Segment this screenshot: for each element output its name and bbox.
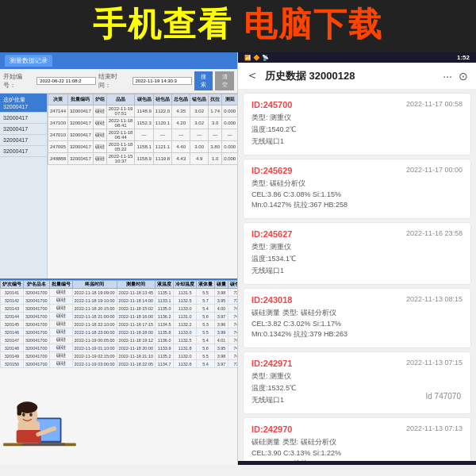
col-header: 碳量 [215, 281, 228, 289]
card-type: 碳硅测量 类型: 碳硅分析仪 [251, 437, 463, 447]
col-header: 锰包晶 [190, 94, 209, 106]
toolbar-label1: 开始编号： [3, 72, 34, 90]
card-id: ID:243018 [251, 295, 292, 305]
card-header: ID:242971 2022-11-13 07:15 [251, 359, 463, 368]
sidebar-item[interactable]: 32000417 [0, 135, 47, 146]
pc-tab[interactable]: 测量数据记录 [5, 55, 52, 67]
more-button[interactable]: ··· [443, 70, 452, 83]
table-row: 320148320041700碳硅2022-11-19 01:10:002022… [1, 344, 238, 352]
card-time: 2022-11-13 08:15 [406, 295, 463, 305]
col-header: 碳包量 [228, 281, 237, 289]
table-row: 320149320041700碳硅2022-11-19 02:15:002022… [1, 352, 238, 360]
left-panel: 测量数据记录 开始编号： 结束时间： 搜索 清空 选炉批量32000417 32… [0, 52, 238, 465]
card-time: 2022-11-13 07:13 [406, 424, 463, 434]
col-header: 测量时间 [117, 281, 155, 289]
bottom-table-area: 炉次编号 炉名品名 批量编号 终温时间 测量时间 液温度 冷却温度 液体量 碳量… [0, 278, 237, 465]
pc-titlebar: 测量数据记录 [0, 52, 237, 69]
pc-table-area: 决策 批量编码 炉组 品晶 碳包晶 硅包晶 总包晶 锰包晶 抗拉 测延 冲撞强度 [48, 94, 237, 278]
pc-body: 选炉批量32000417 32000417 32000417 32000417 … [0, 94, 237, 278]
col-header: 液体量 [197, 281, 215, 289]
back-button[interactable]: ＜ [246, 67, 259, 84]
card-detail1: 温度:1540.2℃ [251, 125, 463, 135]
table-row: 247144 32000417 碳硅 2022-11-1907:51 1148.… [48, 106, 238, 117]
toolbar-label2: 结束时间： [98, 72, 129, 90]
mobile-card: ID:245627 2022-11-16 23:58 类型: 测重仪 温度:15… [243, 222, 471, 285]
table-row: 320150320041700碳硅2022-11-19 03:00:002022… [1, 360, 238, 368]
card-detail2: 无线端口1 [251, 266, 463, 276]
bottom-table: 炉次编号 炉名品名 批量编号 终温时间 测量时间 液温度 冷却温度 液体量 碳量… [0, 280, 237, 368]
table-row: 320143320041700碳硅2022-11-18 20:15:002022… [1, 305, 238, 313]
card-type: 碳硅测量 类型: 碳硅分析仪 [251, 308, 463, 318]
card-time: 2022-11-17 00:58 [406, 100, 463, 109]
col-header: 炉次编号 [1, 281, 24, 289]
card-id: ID:245629 [251, 166, 292, 175]
mobile-app-title: 历史数据 32000128 [265, 69, 355, 83]
col-header: 炉组 [93, 94, 106, 106]
card-detail2: Mn:0.1427% 抗拉:367 HB:258 [251, 200, 463, 210]
mobile-status-bar: 📶 🔶 📡 1:52 [238, 52, 476, 63]
card-type: 类型: 碳硅分析仪 [251, 178, 463, 189]
pc-window: 测量数据记录 开始编号： 结束时间： 搜索 清空 选炉批量32000417 32… [0, 52, 237, 465]
id-overlay: Id 747070 [423, 391, 465, 401]
col-header: 测延 [222, 94, 237, 106]
card-type: 类型: 测重仪 [251, 242, 463, 252]
table-row: 320144320041700碳硅2022-11-18 21:00:002022… [1, 313, 238, 321]
col-header: 品晶 [106, 94, 135, 106]
card-detail1: CEL:3.86 C:3.08% Si:1.15% [251, 190, 463, 198]
card-header: ID:243018 2022-11-13 08:15 [251, 295, 463, 305]
col-header: 决策 [48, 94, 68, 106]
right-panel: 📶 🔶 📡 1:52 ＜ 历史数据 32000128 ··· ⊙ ID:2457… [238, 52, 476, 465]
col-header: 碳包晶 [135, 94, 153, 106]
col-header: 终温时间 [72, 281, 117, 289]
table-row: 320147320041700碳硅2022-11-19 00:05:002022… [1, 336, 238, 344]
card-header: ID:245629 2022-11-17 00:00 [251, 166, 463, 175]
card-detail2: 无线端口1 [251, 136, 463, 147]
card-detail1: CEL:3.82 C:3.02% Si:1.17% [251, 320, 463, 328]
date-end-input[interactable] [132, 77, 192, 85]
search-button[interactable]: 搜索 [194, 71, 213, 90]
table-row: 320142320041700碳硅2022-11-18 19:10:002022… [1, 297, 238, 305]
banner-text: 手机查看 电脑下载 [93, 6, 383, 43]
mobile-card: ID:245700 2022-11-17 00:58 类型: 测重仪 温度:15… [243, 93, 471, 155]
mobile-card: ID:243018 2022-11-13 08:15 碳硅测量 类型: 碳硅分析… [243, 288, 471, 348]
card-header: ID:242970 2022-11-13 07:13 [251, 424, 463, 434]
col-header: 炉名品名 [24, 281, 50, 289]
table-row: 320146320041700碳硅2022-11-18 23:00:002022… [1, 328, 238, 336]
mobile-app-header: ＜ 历史数据 32000128 ··· ⊙ [238, 63, 476, 90]
sidebar-item[interactable]: 32000417 [0, 146, 47, 157]
mobile-card: ID:245629 2022-11-17 00:00 类型: 碳硅分析仪 CEL… [243, 159, 471, 219]
top-banner: 手机查看 电脑下载 [0, 0, 476, 52]
settings-button[interactable]: ⊙ [459, 70, 468, 83]
table-row: 248888 32000417 碳硅 2022-11-1510:37 1158.… [48, 153, 238, 165]
card-id: ID:242970 [251, 424, 292, 434]
sidebar-item[interactable]: 32000417 [0, 113, 47, 124]
card-detail2: Mn:0.1534% 抗拉:353 HB:252 [251, 459, 463, 461]
sidebar-item[interactable]: 32000417 [0, 124, 47, 135]
pc-toolbar: 开始编号： 结束时间： 搜索 清空 [0, 69, 237, 94]
col-header: 冷却温度 [174, 281, 197, 289]
status-time: 1:52 [457, 54, 470, 61]
card-detail1: CEL:3.90 C:3.13% Si:1.22% [251, 449, 463, 457]
mobile-card: ID:242971 2022-11-13 07:15 类型: 测重仪 温度:15… [243, 351, 471, 414]
card-header: ID:245627 2022-11-16 23:58 [251, 229, 463, 239]
col-header: 批量编码 [68, 94, 94, 106]
col-header: 批量编号 [49, 281, 72, 289]
card-type: 类型: 测重仪 [251, 371, 463, 382]
card-detail1: 温度:1534.1℃ [251, 254, 463, 264]
col-header: 总包晶 [172, 94, 190, 106]
table-row: 320145320041700碳硅2022-11-18 22:10:002022… [1, 321, 238, 328]
card-time: 2022-11-16 23:58 [406, 229, 463, 239]
table-row: 320141320041700碳硅2022-11-18 19:09:002022… [1, 289, 238, 297]
table-row: 247010 32000417 碳硅 2022-11-1806:44 — — —… [48, 129, 238, 141]
pc-sidebar: 选炉批量32000417 32000417 32000417 32000417 … [0, 94, 48, 278]
card-id: ID:245700 [251, 100, 292, 109]
clear-button[interactable]: 清空 [215, 71, 234, 90]
table-row: 247100 32000417 碳硅 2022-11-1808:41 1152.… [48, 117, 238, 129]
status-left: 📶 🔶 📡 [244, 55, 269, 61]
date-start-input[interactable] [36, 77, 96, 85]
table-row: 247095 32000417 碳硅 2022-11-1805:22 1158.… [48, 141, 238, 153]
sidebar-item[interactable]: 选炉批量32000417 [0, 94, 47, 113]
card-id: ID:242971 [251, 359, 292, 368]
pc-main-table: 决策 批量编码 炉组 品晶 碳包晶 硅包晶 总包晶 锰包晶 抗拉 测延 冲撞强度 [48, 94, 237, 165]
card-type: 类型: 测重仪 [251, 113, 463, 123]
